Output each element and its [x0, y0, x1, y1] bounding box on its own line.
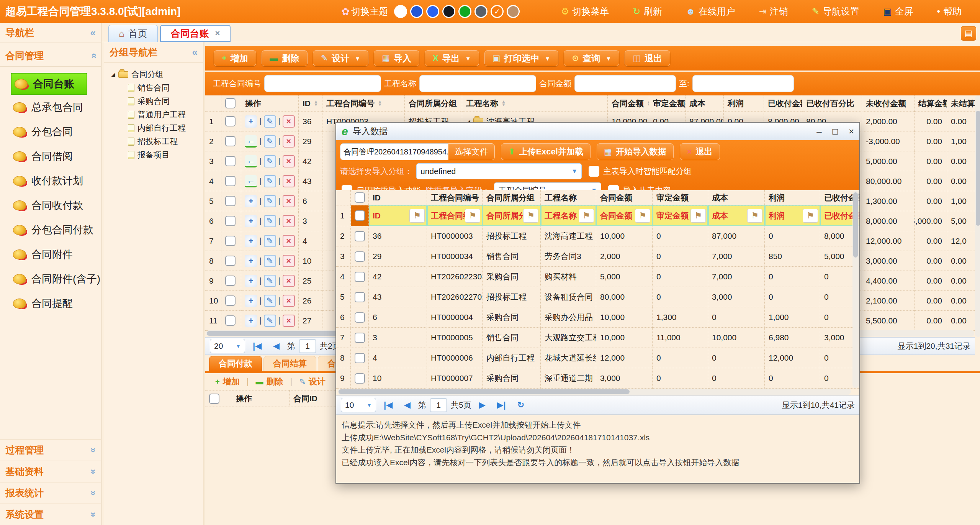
delete-icon[interactable]: ×: [283, 295, 295, 307]
header-action-fullscreen[interactable]: ▣全屏: [872, 5, 924, 18]
sidebar-item-1[interactable]: 合同台账: [11, 73, 87, 95]
close-icon[interactable]: ×: [849, 126, 854, 137]
dialog-button-exit-x[interactable]: ×退出: [680, 143, 720, 160]
toolbar-button-import[interactable]: ▦导入: [374, 50, 419, 66]
header-action-refresh[interactable]: ↻刷新: [622, 5, 672, 18]
sidebar-section-基础资料[interactable]: 基础资料»: [0, 461, 101, 482]
map-column-icon[interactable]: ⚑: [523, 209, 538, 223]
edit-icon[interactable]: ✎: [264, 175, 276, 187]
detail-tab-合同结算[interactable]: 合同结算: [263, 356, 316, 371]
select-all-checkbox[interactable]: [209, 394, 219, 404]
row-checkbox[interactable]: [225, 315, 236, 326]
prev-page-button[interactable]: ◀: [269, 340, 283, 353]
sidebar-item-7[interactable]: 分包合同付款: [0, 218, 101, 242]
row-checkbox[interactable]: [355, 251, 365, 262]
payment-icon[interactable]: ←: [245, 135, 257, 148]
tree-node-销售合同[interactable]: 销售合同: [128, 82, 203, 93]
dialog-titlebar[interactable]: e 导入数据 – □ ×: [336, 123, 859, 140]
page-size-select[interactable]: 20 ▼: [210, 339, 245, 353]
theme-tan-dot[interactable]: [507, 5, 520, 18]
delete-icon[interactable]: ×: [283, 315, 295, 327]
page-number-input[interactable]: 1: [299, 339, 316, 353]
toolbar-button-exit[interactable]: ◫退出: [625, 50, 670, 66]
row-checkbox[interactable]: [355, 292, 365, 302]
sidebar-section-过程管理[interactable]: 过程管理»: [0, 439, 101, 461]
detail-toolbar-add[interactable]: +增加: [211, 376, 244, 387]
header-action-logout[interactable]: ⇥注销: [748, 5, 799, 18]
detail-toolbar-design[interactable]: ✎设计: [295, 376, 329, 387]
tab-contract-ledger[interactable]: 合同台账×: [160, 25, 231, 42]
sidebar-section-contract[interactable]: 合同管理 »: [0, 45, 101, 67]
delete-icon[interactable]: ×: [283, 195, 295, 207]
dialog-page-size-select[interactable]: 10 ▼: [341, 398, 376, 412]
last-page-button[interactable]: ▶|: [493, 399, 510, 412]
select-all-checkbox[interactable]: [225, 98, 236, 108]
sort-icon[interactable]: ▲▼: [314, 100, 318, 106]
sidebar-item-8[interactable]: 合同附件: [0, 242, 101, 267]
theme-black-dot[interactable]: [442, 5, 455, 18]
dialog-button-upload[interactable]: ⬆上传Excel并加载: [501, 143, 591, 160]
prev-page-button[interactable]: ◀: [400, 399, 414, 412]
file-name-field[interactable]: 合同管理20260418170948954.x: [340, 143, 448, 160]
dialog-vertical-scrollbar[interactable]: [852, 191, 859, 388]
row-checkbox[interactable]: [225, 295, 236, 306]
sidebar-item-5[interactable]: 收付款计划: [0, 169, 101, 193]
collapse-left-icon[interactable]: «: [90, 27, 96, 39]
row-checkbox[interactable]: [355, 353, 365, 363]
filter-input-1[interactable]: [264, 75, 381, 92]
minimize-icon[interactable]: –: [816, 126, 821, 137]
row-checkbox[interactable]: [355, 210, 365, 221]
edit-icon[interactable]: ✎: [264, 255, 276, 267]
add-child-icon[interactable]: +: [245, 275, 257, 287]
sidebar-item-6[interactable]: 合同收付款: [0, 193, 101, 218]
sidebar-section-报表统计[interactable]: 报表统计»: [0, 482, 101, 504]
theme-white-dot[interactable]: [394, 5, 407, 18]
row-checkbox[interactable]: [225, 176, 236, 186]
sidebar-item-9[interactable]: 合同附件(含子): [0, 267, 101, 291]
row-checkbox[interactable]: [225, 136, 236, 146]
map-column-icon[interactable]: ⚑: [635, 209, 650, 223]
delete-icon[interactable]: ×: [283, 235, 295, 247]
filter-input-2[interactable]: [419, 75, 536, 92]
sidebar-item-2[interactable]: 总承包合同: [0, 95, 101, 120]
map-column-icon[interactable]: ⚑: [579, 209, 594, 223]
theme-blue-2-dot[interactable]: [426, 5, 439, 18]
row-checkbox[interactable]: [225, 116, 236, 126]
sidebar-item-4[interactable]: 合同借阅: [0, 144, 101, 169]
row-checkbox[interactable]: [225, 216, 236, 226]
edit-icon[interactable]: ✎: [264, 155, 276, 167]
add-child-icon[interactable]: +: [245, 235, 257, 247]
first-page-button[interactable]: |◀: [380, 399, 396, 412]
payment-icon[interactable]: ←: [245, 155, 257, 167]
edit-icon[interactable]: ✎: [264, 115, 276, 128]
toolbar-button-print[interactable]: ▣打印选中▼: [484, 50, 559, 66]
dialog-page-number-input[interactable]: 1: [430, 398, 447, 412]
tree-node-内部自行工程[interactable]: 内部自行工程: [128, 123, 203, 133]
header-action-menu-switch[interactable]: ⚙切换菜单: [550, 5, 620, 18]
delete-icon[interactable]: ×: [283, 175, 295, 187]
add-child-icon[interactable]: +: [245, 215, 257, 227]
sidebar-section-系统设置[interactable]: 系统设置»: [0, 504, 101, 525]
toolbar-button-add[interactable]: +增加: [214, 50, 256, 66]
edit-icon[interactable]: ✎: [264, 135, 276, 148]
map-column-icon[interactable]: ⚑: [747, 209, 762, 223]
delete-icon[interactable]: ×: [283, 115, 295, 128]
reload-icon[interactable]: ↻: [514, 399, 528, 412]
theme-current-dot[interactable]: ✓: [491, 5, 504, 18]
sort-icon[interactable]: ▲▼: [378, 100, 382, 106]
row-checkbox[interactable]: [355, 373, 365, 384]
row-checkbox[interactable]: [355, 231, 365, 241]
edit-icon[interactable]: ✎: [264, 195, 276, 207]
tree-node-报备项目[interactable]: 报备项目: [128, 149, 203, 160]
tree-expander-icon[interactable]: ◢: [111, 71, 115, 77]
edit-icon[interactable]: ✎: [264, 295, 276, 307]
row-checkbox[interactable]: [355, 333, 365, 343]
delete-icon[interactable]: ×: [283, 215, 295, 227]
dialog-horizontal-scrollbar[interactable]: [338, 389, 851, 395]
add-child-icon[interactable]: +: [245, 195, 257, 207]
row-checkbox[interactable]: [355, 272, 365, 282]
map-column-icon[interactable]: ⚑: [803, 209, 818, 223]
tree-node-招投标工程[interactable]: 招投标工程: [128, 136, 203, 147]
sidebar-item-3[interactable]: 分包合同: [0, 120, 101, 144]
delete-icon[interactable]: ×: [283, 135, 295, 148]
